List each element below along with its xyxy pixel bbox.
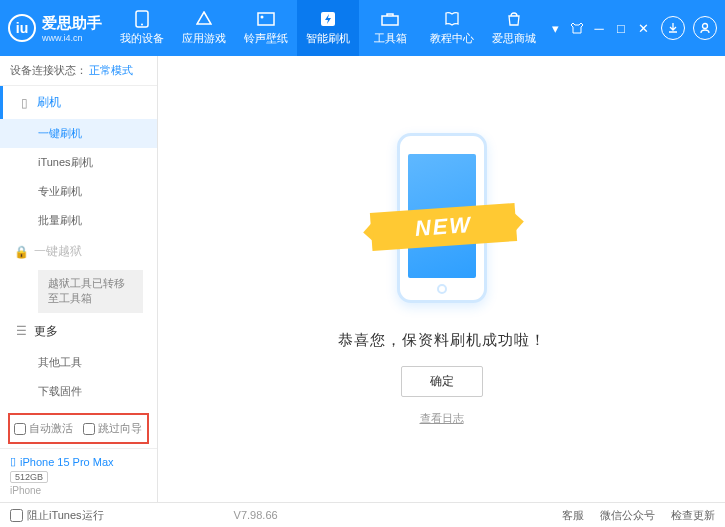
close-icon[interactable]: ✕ bbox=[633, 18, 653, 38]
menu-group-jailbreak[interactable]: 🔒一键越狱 bbox=[0, 235, 157, 268]
version-label: V7.98.66 bbox=[234, 509, 278, 521]
image-icon bbox=[256, 10, 276, 28]
nav-ringtones[interactable]: 铃声壁纸 bbox=[235, 0, 297, 56]
store-icon bbox=[504, 10, 524, 28]
svg-point-6 bbox=[703, 24, 708, 29]
device-info: ▯iPhone 15 Pro Max 512GB iPhone bbox=[0, 448, 157, 502]
success-message: 恭喜您，保资料刷机成功啦！ bbox=[338, 331, 546, 350]
menu-group-flash[interactable]: ▯刷机 bbox=[0, 86, 157, 119]
flash-icon bbox=[318, 10, 338, 28]
nav-flash[interactable]: 智能刷机 bbox=[297, 0, 359, 56]
minimize-icon[interactable]: ─ bbox=[589, 18, 609, 38]
main-content: NEW 恭喜您，保资料刷机成功啦！ 确定 查看日志 bbox=[158, 56, 725, 502]
connection-status: 设备连接状态： 正常模式 bbox=[0, 56, 157, 86]
footer: 阻止iTunes运行 V7.98.66 客服 微信公众号 检查更新 bbox=[0, 502, 725, 527]
menu-group-more[interactable]: ☰更多 bbox=[0, 315, 157, 348]
menu-one-click-flash[interactable]: 一键刷机 bbox=[0, 119, 157, 148]
phone-small-icon: ▯ bbox=[17, 96, 31, 110]
new-ribbon: NEW bbox=[369, 202, 516, 250]
app-name: 爱思助手 bbox=[42, 14, 102, 33]
lock-icon: 🔒 bbox=[14, 245, 28, 259]
nav-store[interactable]: 爱思商城 bbox=[483, 0, 545, 56]
svg-point-3 bbox=[261, 16, 264, 19]
menu-advanced[interactable]: 高级功能 bbox=[0, 406, 157, 409]
menu-pro-flash[interactable]: 专业刷机 bbox=[0, 177, 157, 206]
menu-batch-flash[interactable]: 批量刷机 bbox=[0, 206, 157, 235]
footer-update[interactable]: 检查更新 bbox=[671, 508, 715, 523]
nav-toolbox[interactable]: 工具箱 bbox=[359, 0, 421, 56]
view-log-link[interactable]: 查看日志 bbox=[420, 411, 464, 426]
auto-activate-checkbox[interactable]: 自动激活 bbox=[14, 421, 73, 436]
nav-my-device[interactable]: 我的设备 bbox=[111, 0, 173, 56]
phone-icon bbox=[132, 10, 152, 28]
device-type: iPhone bbox=[10, 485, 147, 496]
skip-guide-checkbox[interactable]: 跳过向导 bbox=[83, 421, 142, 436]
nav-apps[interactable]: 应用游戏 bbox=[173, 0, 235, 56]
menu-icon[interactable]: ▾ bbox=[545, 18, 565, 38]
jailbreak-note: 越狱工具已转移至工具箱 bbox=[38, 270, 143, 313]
options-box: 自动激活 跳过向导 bbox=[8, 413, 149, 444]
success-illustration: NEW bbox=[377, 133, 507, 313]
nav-tutorials[interactable]: 教程中心 bbox=[421, 0, 483, 56]
list-icon: ☰ bbox=[14, 324, 28, 338]
ok-button[interactable]: 确定 bbox=[401, 366, 483, 397]
top-nav: 我的设备 应用游戏 铃声壁纸 智能刷机 工具箱 教程中心 爱思商城 bbox=[111, 0, 545, 56]
skin-icon[interactable] bbox=[567, 18, 587, 38]
logo-icon: iu bbox=[8, 14, 36, 42]
menu-other-tools[interactable]: 其他工具 bbox=[0, 348, 157, 377]
footer-support[interactable]: 客服 bbox=[562, 508, 584, 523]
device-name[interactable]: ▯iPhone 15 Pro Max bbox=[10, 455, 147, 468]
device-icon: ▯ bbox=[10, 455, 16, 468]
header: iu 爱思助手 www.i4.cn 我的设备 应用游戏 铃声壁纸 智能刷机 工具… bbox=[0, 0, 725, 56]
svg-rect-2 bbox=[258, 13, 274, 25]
apps-icon bbox=[194, 10, 214, 28]
toolbox-icon bbox=[380, 10, 400, 28]
download-button[interactable] bbox=[661, 16, 685, 40]
book-icon bbox=[442, 10, 462, 28]
footer-wechat[interactable]: 微信公众号 bbox=[600, 508, 655, 523]
block-itunes-checkbox[interactable]: 阻止iTunes运行 bbox=[10, 508, 104, 523]
svg-rect-5 bbox=[382, 16, 398, 25]
menu-download-firmware[interactable]: 下载固件 bbox=[0, 377, 157, 406]
status-value: 正常模式 bbox=[89, 63, 133, 78]
logo: iu 爱思助手 www.i4.cn bbox=[8, 14, 111, 43]
app-url: www.i4.cn bbox=[42, 33, 102, 43]
user-button[interactable] bbox=[693, 16, 717, 40]
maximize-icon[interactable]: □ bbox=[611, 18, 631, 38]
menu-itunes-flash[interactable]: iTunes刷机 bbox=[0, 148, 157, 177]
sidebar: 设备连接状态： 正常模式 ▯刷机 一键刷机 iTunes刷机 专业刷机 批量刷机… bbox=[0, 56, 158, 502]
device-storage: 512GB bbox=[10, 471, 48, 483]
window-controls: ▾ ─ □ ✕ bbox=[545, 16, 717, 40]
svg-point-1 bbox=[141, 24, 143, 26]
